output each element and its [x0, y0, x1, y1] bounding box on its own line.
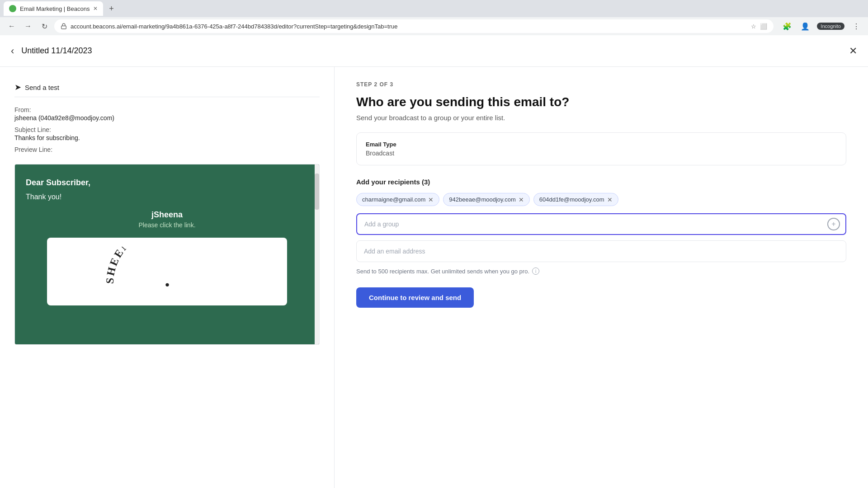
email-type-label: Email Type [366, 141, 837, 148]
email-meta: From: jsheena (040a92e8@moodjoy.com) Sub… [14, 106, 320, 153]
svg-text:SHEENA TRENDS: SHEENA TRENDS [104, 247, 197, 284]
limit-text: Send to 500 recipients max. Get unlimite… [356, 267, 846, 275]
tab-title: Email Marketing | Beacons [20, 5, 90, 12]
menu-icon[interactable]: ⋮ [850, 20, 863, 33]
email-subtext: Please click the link. [26, 221, 308, 229]
email-greeting: Dear Subscriber, [26, 178, 308, 188]
step-label: STEP 2 OF 3 [356, 81, 846, 88]
app-container: ‹ Untitled 11/14/2023 ✕ ➤ Send a test Fr… [0, 35, 868, 488]
logo-svg: SHEENA TRENDS [104, 247, 231, 296]
left-panel: ➤ Send a test From: jsheena (040a92e8@mo… [0, 67, 335, 488]
info-icon[interactable]: i [532, 267, 539, 275]
address-bar-icons: ☆ ⬜ [751, 23, 767, 30]
group-input[interactable] [356, 213, 846, 235]
send-test-label: Send a test [25, 84, 59, 91]
recipient-email-2: 604dd1fe@moodjoy.com [539, 196, 604, 203]
page-title: Untitled 11/14/2023 [21, 46, 92, 56]
email-type-card: Email Type Broadcast [356, 132, 846, 165]
email-body: Dear Subscriber, Thank you! jSheena Plea… [15, 164, 319, 344]
email-preview: Dear Subscriber, Thank you! jSheena Plea… [14, 164, 320, 345]
incognito-badge: Incognito [817, 23, 844, 30]
browser-menu-icons: 🧩 👤 Incognito ⋮ [781, 20, 863, 33]
recipient-tag: 942beeae@moodjoy.com ✕ [443, 193, 529, 206]
continue-button[interactable]: Continue to review and send [356, 287, 474, 308]
subject-label: Subject Line: [14, 126, 320, 133]
email-signature: jSheena [26, 210, 308, 220]
email-text: Thank you! [26, 193, 308, 201]
preview-label: Preview Line: [14, 146, 320, 153]
section-title: Who are you sending this email to? [356, 95, 846, 109]
email-address-input[interactable] [356, 240, 846, 262]
from-label: From: [14, 106, 320, 113]
recipient-tag: 604dd1fe@moodjoy.com ✕ [533, 193, 618, 206]
app-header: ‹ Untitled 11/14/2023 ✕ [0, 35, 868, 67]
browser-titlebar: Email Marketing | Beacons ✕ + [0, 0, 868, 17]
recipient-tag: charmaigne@gmail.com ✕ [356, 193, 439, 206]
recipient-email-1: 942beeae@moodjoy.com [449, 196, 515, 203]
profile-icon[interactable]: 👤 [799, 20, 811, 33]
right-panel: STEP 2 OF 3 Who are you sending this ema… [335, 67, 868, 488]
browser-controls: ← → ↻ account.beacons.ai/email-marketing… [0, 17, 868, 35]
main-content: ➤ Send a test From: jsheena (040a92e8@mo… [0, 67, 868, 488]
svg-point-2 [165, 283, 169, 286]
cast-icon[interactable]: ⬜ [760, 23, 767, 30]
back-nav-button[interactable]: ← [5, 20, 18, 33]
from-value: jsheena (040a92e8@moodjoy.com) [14, 114, 320, 122]
send-test-icon: ➤ [14, 82, 21, 92]
logo-area: SHEENA TRENDS [47, 238, 287, 305]
section-subtitle: Send your broadcast to a group or your e… [356, 114, 846, 122]
address-bar[interactable]: account.beacons.ai/email-marketing/9a4b8… [54, 19, 774, 33]
recipients-title: Add your recipients (3) [356, 178, 846, 186]
browser-chrome: Email Marketing | Beacons ✕ + ← → ↻ acco… [0, 0, 868, 35]
scrollbar[interactable] [315, 164, 319, 344]
group-input-wrapper: + [356, 213, 846, 235]
back-button[interactable]: ‹ [11, 45, 14, 57]
limit-text-content: Send to 500 recipients max. Get unlimite… [356, 268, 529, 275]
svg-rect-0 [61, 26, 66, 28]
subject-value: Thanks for subscribing. [14, 134, 320, 141]
url-text: account.beacons.ai/email-marketing/9a4b8… [71, 23, 397, 30]
recipients-tags: charmaigne@gmail.com ✕ 942beeae@moodjoy.… [356, 193, 846, 206]
forward-nav-button[interactable]: → [22, 20, 34, 33]
add-group-icon[interactable]: + [827, 218, 840, 230]
email-type-value: Broadcast [366, 150, 837, 157]
lock-icon [61, 23, 67, 29]
scrollbar-thumb [315, 174, 319, 210]
tab-close-button[interactable]: ✕ [93, 5, 98, 12]
remove-recipient-0[interactable]: ✕ [428, 197, 434, 203]
extensions-icon[interactable]: 🧩 [781, 20, 793, 33]
star-icon[interactable]: ☆ [751, 23, 756, 30]
reload-button[interactable]: ↻ [38, 20, 51, 33]
browser-tab[interactable]: Email Marketing | Beacons ✕ [4, 1, 103, 16]
send-test-button[interactable]: ➤ Send a test [14, 78, 320, 97]
recipient-email-0: charmaigne@gmail.com [362, 196, 425, 203]
close-button[interactable]: ✕ [849, 45, 857, 57]
tab-favicon [9, 5, 16, 12]
remove-recipient-1[interactable]: ✕ [519, 197, 524, 203]
new-tab-button[interactable]: + [105, 2, 118, 15]
remove-recipient-2[interactable]: ✕ [607, 197, 613, 203]
